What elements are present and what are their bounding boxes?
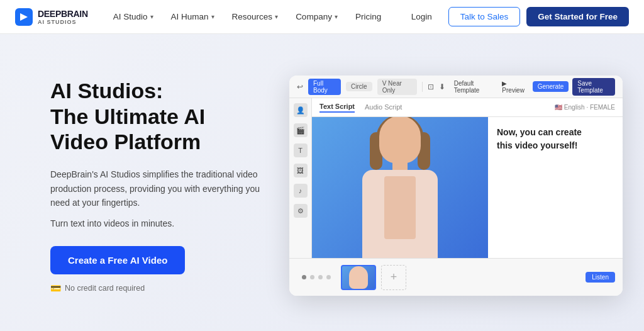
resize-icon[interactable]: ⊡ bbox=[428, 82, 434, 91]
logo[interactable]: DEEPBRAIN AI STUDIOS bbox=[15, 8, 88, 26]
avatar-container bbox=[343, 117, 457, 258]
nav-ai-human[interactable]: AI Human ▾ bbox=[164, 8, 222, 25]
studio-body: 👤 🎬 T 🖼 ♪ ⚙ Text Script Audio Script 🇺🇸 … bbox=[289, 98, 623, 258]
hero-description: DeepBrain's AI Studios simplifies the tr… bbox=[50, 167, 264, 210]
dot-3 bbox=[318, 275, 323, 279]
login-button[interactable]: Login bbox=[401, 8, 442, 26]
full-body-button[interactable]: Full Body bbox=[308, 79, 341, 95]
thumb-avatar bbox=[349, 266, 368, 289]
studio-preview-window: ↩ Full Body Circle V Near Only ⊡ ⬇ Defau… bbox=[289, 76, 623, 296]
nav-company[interactable]: Company ▾ bbox=[288, 8, 345, 25]
studio-sidebar: 👤 🎬 T 🖼 ♪ ⚙ bbox=[289, 98, 312, 258]
hero-left: AI Studios:The Ultimate AIVideo Platform… bbox=[50, 78, 264, 294]
navbar: DEEPBRAIN AI STUDIOS AI Studio ▾ AI Huma… bbox=[0, 0, 644, 34]
script-area[interactable]: Now, you can createthis video yourself! bbox=[488, 117, 623, 258]
sidebar-text-icon[interactable]: T bbox=[294, 143, 308, 157]
undo-icon[interactable]: ↩ bbox=[297, 82, 303, 91]
nav-right: Login Talk to Sales Get Started for Free bbox=[401, 7, 629, 26]
listen-button[interactable]: Listen bbox=[586, 272, 615, 283]
logo-icon bbox=[15, 8, 33, 26]
nav-pricing[interactable]: Pricing bbox=[348, 8, 389, 25]
sidebar-image-icon[interactable]: 🖼 bbox=[294, 164, 308, 177]
no-credit-card-notice: 💳 No credit card required bbox=[50, 283, 264, 293]
avatar-shirt bbox=[384, 176, 416, 239]
dot-controls bbox=[302, 275, 331, 279]
sidebar-music-icon[interactable]: ♪ bbox=[294, 184, 308, 198]
studio-content: Now, you can createthis video yourself! bbox=[312, 117, 623, 258]
dot-4 bbox=[326, 275, 331, 279]
sidebar-scene-icon[interactable]: 🎬 bbox=[294, 123, 308, 137]
hero-subtext: Turn text into videos in minutes. bbox=[50, 218, 264, 228]
chevron-down-icon: ▾ bbox=[211, 13, 214, 20]
toolbar-right: Default Template ▶ Preview Generate Save… bbox=[450, 78, 615, 96]
studio-tabs: Text Script Audio Script 🇺🇸 English · FE… bbox=[312, 98, 623, 117]
template-label: Default Template bbox=[450, 79, 495, 95]
script-text: Now, you can createthis video yourself! bbox=[497, 126, 614, 152]
credit-card-icon: 💳 bbox=[50, 283, 61, 293]
dot-1 bbox=[302, 275, 306, 279]
v-near-only-button[interactable]: V Near Only bbox=[377, 79, 417, 95]
preview-button[interactable]: ▶ Preview bbox=[498, 79, 528, 95]
generate-button[interactable]: Generate bbox=[533, 81, 569, 92]
save-template-button[interactable]: Save Template bbox=[572, 78, 615, 96]
hero-right: ↩ Full Body Circle V Near Only ⊡ ⬇ Defau… bbox=[289, 76, 623, 296]
get-started-button[interactable]: Get Started for Free bbox=[526, 7, 629, 26]
logo-name: DEEPBRAIN bbox=[38, 9, 88, 19]
add-scene-button[interactable]: + bbox=[381, 265, 406, 290]
hero-title: AI Studios:The Ultimate AIVideo Platform bbox=[50, 78, 264, 155]
avatar-head bbox=[379, 117, 421, 164]
tab-text-script[interactable]: Text Script bbox=[319, 103, 355, 113]
chevron-down-icon: ▾ bbox=[335, 13, 338, 20]
nav-ai-studio[interactable]: AI Studio ▾ bbox=[106, 8, 161, 25]
nav-resources[interactable]: Resources ▾ bbox=[225, 8, 286, 25]
dot-2 bbox=[310, 275, 314, 279]
create-free-video-button[interactable]: Create a Free AI Video bbox=[50, 246, 185, 274]
sidebar-avatar-icon[interactable]: 👤 bbox=[294, 103, 308, 117]
talk-to-sales-button[interactable]: Talk to Sales bbox=[448, 7, 521, 26]
timeline-thumbnail[interactable] bbox=[341, 265, 376, 290]
studio-timeline: + Listen bbox=[289, 258, 623, 296]
studio-toolbar: ↩ Full Body Circle V Near Only ⊡ ⬇ Defau… bbox=[289, 76, 623, 98]
hero-section: AI Studios:The Ultimate AIVideo Platform… bbox=[0, 34, 644, 331]
chevron-down-icon: ▾ bbox=[150, 13, 153, 20]
chevron-down-icon: ▾ bbox=[275, 13, 278, 20]
studio-main: Text Script Audio Script 🇺🇸 English · FE… bbox=[312, 98, 623, 258]
nav-links: AI Studio ▾ AI Human ▾ Resources ▾ Compa… bbox=[106, 8, 401, 25]
tab-audio-script[interactable]: Audio Script bbox=[365, 103, 402, 112]
logo-sub: AI STUDIOS bbox=[38, 19, 88, 25]
language-selector[interactable]: 🇺🇸 English · FEMALE bbox=[555, 104, 615, 111]
sidebar-settings-icon[interactable]: ⚙ bbox=[294, 204, 308, 218]
video-preview-area bbox=[312, 117, 488, 258]
circle-button[interactable]: Circle bbox=[346, 82, 372, 91]
separator bbox=[422, 82, 423, 92]
download-icon[interactable]: ⬇ bbox=[439, 82, 445, 91]
